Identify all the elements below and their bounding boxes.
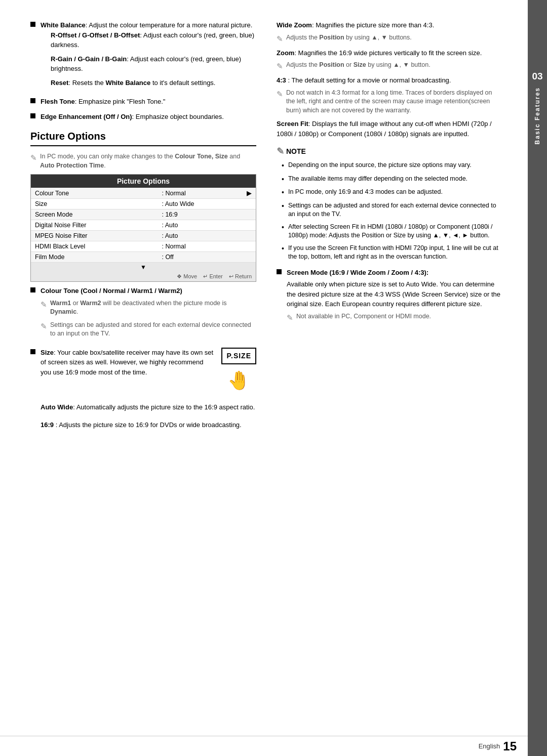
bullet-icon <box>30 287 35 292</box>
wide-zoom-para: Wide Zoom: Magnifies the picture size mo… <box>277 20 502 30</box>
edge-enhancement-text: Edge Enhancement (Off / On): Emphasize o… <box>41 112 256 122</box>
table-cell-value: : Normal <box>158 188 243 199</box>
sidebar-inner: 03 Basic Features <box>532 40 542 144</box>
size-content: Size: Your cable box/satellite receiver … <box>41 348 256 415</box>
pencil-icon: ✎ <box>277 89 283 99</box>
r-offset-block: R-Offset / G-Offset / B-Offset: Adjust e… <box>51 30 256 50</box>
bullet-icon <box>30 22 35 27</box>
psize-container: P.SIZE 🤚 <box>221 348 256 394</box>
four-three-warning: ✎ Do not watch in 4:3 format for a long … <box>277 89 502 115</box>
pc-mode-text: In PC mode, you can only make changes to… <box>40 152 256 170</box>
zoom-para: Zoom: Magnifies the 16:9 wide pictures v… <box>277 48 502 58</box>
size-row: Size: Your cable box/satellite receiver … <box>41 348 256 399</box>
reset-label: Reset <box>51 79 68 87</box>
edge-enhancement-bullet: Edge Enhancement (Off / On): Emphasize o… <box>30 112 256 122</box>
picture-options-heading: Picture Options <box>30 131 256 146</box>
zoom-note-text: Adjusts the Position or Size by using ▲,… <box>286 61 431 70</box>
table-cell-value: : Off <box>158 252 243 263</box>
bullet-icon <box>30 98 35 103</box>
note-heading: ✎ NOTE <box>277 146 502 157</box>
size-label: Size <box>41 349 54 356</box>
table-cell-label: Digital Noise Filter <box>31 220 158 231</box>
colour-tone-content: Colour Tone (Cool / Normal / Warm1 / War… <box>41 286 256 343</box>
pc-note-bold2: Auto Protection Time <box>40 162 104 169</box>
settings-note-text: Settings can be adjusted and stored for … <box>50 321 256 339</box>
bullet-icon <box>277 269 282 274</box>
screen-mode-content: Screen Mode (16:9 / Wide Zoom / Zoom / 4… <box>287 268 502 327</box>
table-cell-label: Screen Mode <box>31 209 158 220</box>
footer-language: English <box>479 742 500 750</box>
two-column-layout: White Balance: Adjust the colour tempera… <box>30 20 502 433</box>
picture-options-table-wrapper: Picture Options Colour Tone: Normal▶Size… <box>30 174 256 282</box>
table-cell-label: Size <box>31 199 158 209</box>
note-bullet-item: Depending on the input source, the pictu… <box>282 161 502 171</box>
pencil-icon: ✎ <box>30 152 37 163</box>
screen-fit-para: Screen Fit: Displays the full image with… <box>277 119 502 139</box>
table-cell-arrow <box>243 231 256 241</box>
table-cell-arrow <box>243 220 256 231</box>
table-cell-value: : 16:9 <box>158 209 243 220</box>
reset-bold2: White Balance <box>105 79 150 87</box>
table-cell-arrow <box>243 199 256 209</box>
note-bullet-item: After selecting Screen Fit in HDMI (1080… <box>282 223 502 240</box>
flesh-tone-text: Flesh Tone: Emphasize pink "Flesh Tone." <box>41 97 256 107</box>
sidebar-chapter-title: Basic Features <box>534 87 541 144</box>
table-cell-label: Film Mode <box>31 252 158 263</box>
bullet-icon <box>30 113 35 118</box>
flesh-tone-label: Flesh Tone <box>41 98 75 105</box>
table-cell-value: : Auto Wide <box>158 199 243 209</box>
screen-mode-label: Screen Mode (16:9 / Wide Zoom / Zoom / 4… <box>287 269 428 276</box>
white-balance-body: : Adjust the colour temperature for a mo… <box>86 21 253 29</box>
size-text-block: Size: Your cable box/satellite receiver … <box>41 348 214 377</box>
table-cell-value: : Normal <box>158 241 243 252</box>
r-gain-block: R-Gain / G-Gain / B-Gain: Adjust each co… <box>51 54 256 74</box>
white-balance-label: White Balance <box>41 21 86 29</box>
white-balance-bullet: White Balance: Adjust the colour tempera… <box>30 20 256 92</box>
warm-note: ✎ Warm1 or Warm2 will be deactivated whe… <box>41 299 256 317</box>
picture-options-table: Colour Tone: Normal▶Size: Auto WideScree… <box>31 188 256 263</box>
colour-tone-label: Colour Tone (Cool / Normal / Warm1 / War… <box>41 287 182 295</box>
pencil-icon: ✎ <box>41 321 47 331</box>
pencil-icon: ✎ <box>41 299 47 310</box>
table-cell-label: MPEG Noise Filter <box>31 231 158 241</box>
size-body: : Your cable box/satellite receiver may … <box>41 349 213 376</box>
note-bullet-item: Settings can be adjusted and stored for … <box>282 201 502 219</box>
hand-icon: 🤚 <box>221 367 256 394</box>
left-column: White Balance: Adjust the colour tempera… <box>30 20 256 433</box>
four-three-para: 4:3 : The default setting for a movie or… <box>277 75 502 86</box>
white-balance-text: White Balance: Adjust the colour tempera… <box>41 20 256 92</box>
note-bullet-item: The available items may differ depending… <box>282 175 502 185</box>
table-cell-value: : Auto <box>158 220 243 231</box>
auto-wide-text: Auto Wide: Automatically adjusts the pic… <box>41 402 256 412</box>
table-header: Picture Options <box>31 175 256 188</box>
table-cell-value: : Auto <box>158 231 243 241</box>
r-offset-label: R-Offset / G-Offset / B-Offset <box>51 31 140 39</box>
main-content: White Balance: Adjust the colour tempera… <box>0 0 528 756</box>
table-cell-arrow <box>243 209 256 220</box>
flesh-tone-body: : Emphasize pink "Flesh Tone." <box>75 98 166 105</box>
scroll-arrow: ▼ <box>31 263 256 272</box>
sidebar-number: 03 <box>532 71 542 82</box>
bullet-icon <box>30 349 35 354</box>
table-cell-arrow <box>243 241 256 252</box>
note-pencil-icon: ✎ <box>277 146 284 157</box>
note-bullet-item: If you use the Screen Fit function with … <box>282 244 502 262</box>
screen-mode-text: Available only when picture size is set … <box>287 279 502 309</box>
four-three-warning-text: Do not watch in 4:3 format for a long ti… <box>286 89 502 115</box>
screen-mode-note: ✎ Not available in PC, Component or HDMI… <box>287 312 502 323</box>
screen-mode-bullet: Screen Mode (16:9 / Wide Zoom / Zoom / 4… <box>277 268 502 327</box>
note-section: ✎ NOTE Depending on the input source, th… <box>277 146 502 262</box>
r-gain-label: R-Gain / G-Gain / B-Gain <box>51 55 127 63</box>
table-cell-arrow: ▶ <box>243 188 256 199</box>
note-bullet-item: In PC mode, only 16:9 and 4:3 modes can … <box>282 188 502 198</box>
warm-note-text: Warm1 or Warm2 will be deactivated when … <box>50 299 256 317</box>
footer-bar: English 15 <box>0 736 547 756</box>
note-heading-text: NOTE <box>286 147 306 155</box>
edge-enhancement-label: Edge Enhancement (Off / On) <box>41 113 132 120</box>
flesh-tone-bullet: Flesh Tone: Emphasize pink "Flesh Tone." <box>30 97 256 107</box>
reset-block: Reset: Resets the White Balance to it's … <box>51 78 256 88</box>
pc-mode-note: ✎ In PC mode, you can only make changes … <box>30 152 256 170</box>
colour-tone-bullet: Colour Tone (Cool / Normal / Warm1 / War… <box>30 286 256 343</box>
pencil-icon: ✎ <box>287 312 293 323</box>
psize-button: P.SIZE <box>221 348 256 364</box>
